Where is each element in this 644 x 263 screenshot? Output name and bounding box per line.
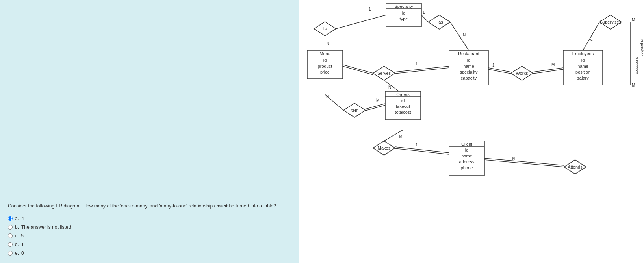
entity-speciality-type: type [400,17,408,21]
label-menu-item-n: N [326,95,329,99]
diamond-works-label: Works [516,71,528,76]
option-e-value: 0 [21,250,24,256]
option-d-label: d. [15,242,19,247]
line-item-orders-1 [366,104,385,109]
label-works-employees-m: M [551,63,555,67]
entity-restaurant-speciality: speciality [460,70,478,74]
diamond-has-label: Has [435,20,443,24]
entity-employees-id: id [581,58,585,63]
entity-employees-title: Employees [572,51,594,56]
line-serves-restaurant-1 [395,66,449,72]
diamond-item-label: item [351,108,359,113]
entity-restaurant-id: id [467,58,471,63]
diamond-supervises-label: Supervises [600,20,622,24]
option-d[interactable]: d. 1 [8,242,291,247]
entity-restaurant-name: name [463,64,474,69]
option-c[interactable]: c. 5 [8,233,291,239]
entity-client-name: name [461,154,472,158]
entity-orders-id: id [401,98,405,103]
line-client-attends-1 [484,158,564,165]
line-supervises-employees-top [583,22,599,50]
option-b-value: The answer is not listed [21,224,71,230]
label-supervises-vertical: supervises [635,57,639,74]
line-menu-serves-2 [343,66,373,75]
radio-a[interactable] [8,216,13,221]
entity-menu-product: product [318,64,332,69]
label-speciality-has-1: 1 [423,10,425,15]
entity-orders-takeout: takeout [396,104,410,109]
option-a-value: 4 [21,216,24,221]
main-container: Consider the following ER diagram. How m… [0,0,644,263]
entity-client-id: id [465,148,469,152]
entity-speciality-id: id [402,11,406,15]
label-has-restaurant-n: N [463,33,466,37]
entity-restaurant-capacity: capacity [461,76,477,80]
bold-text: must [216,203,228,209]
label-is-menu-n: N [327,42,329,46]
line-client-attends-2 [484,160,564,167]
er-diagram-panel: Speciality id type Menu id product price… [299,0,644,263]
entity-menu-title: Menu [319,51,330,56]
line-item-orders-2 [366,105,385,111]
entity-employees-name: name [577,64,588,69]
label-supervises-1: 1 [589,38,594,43]
diamond-serves-label: Serves [377,71,391,76]
option-e[interactable]: e. 0 [8,250,291,256]
diamond-is-label: Is [323,26,327,31]
line-makes-client-1 [395,147,449,153]
left-panel: Consider the following ER diagram. How m… [0,0,299,263]
entity-restaurant-title: Restaurant [458,51,479,56]
label-serves-restaurant-1: 1 [416,61,418,66]
option-b[interactable]: b. The answer is not listed [8,224,291,230]
label-restaurant-works-1: 1 [492,63,495,67]
line-makes-client-2 [395,148,449,154]
option-e-label: e. [15,250,19,256]
label-supervises-bottom-m: M [632,83,635,87]
label-orders-makes-m: M [399,134,402,139]
entity-orders-title: Orders [396,92,410,97]
line-speciality-has [421,15,428,22]
option-a-label: a. [15,216,19,221]
radio-c[interactable] [8,233,13,238]
label-is-speciality-1: 1 [369,7,371,11]
line-is-speciality [336,15,386,29]
options-list: a. 4 b. The answer is not listed c. 5 d.… [8,216,291,256]
label-serves-orders-n: N [388,85,391,89]
label-makes-client-1: 1 [416,143,418,147]
option-a[interactable]: a. 4 [8,216,291,221]
entity-client-address: address [459,159,475,164]
line-serves-orders [384,80,399,91]
question-text: Consider the following ER diagram. How m… [8,202,291,209]
line-serves-restaurant-2 [395,68,449,74]
diamond-makes-label: Makes [378,146,391,150]
entity-employees-position: position [575,70,590,74]
label-supervises-right-vertical: supervises [640,39,644,57]
label-supervises-top-m: M [632,18,635,22]
option-d-value: 1 [21,242,24,247]
line-menu-serves-1 [343,65,373,73]
line-has-restaurant [450,22,469,50]
diamond-attends-label: Attends [568,165,583,169]
entity-orders-totalcost: totalcost [395,110,411,115]
entity-menu-price: price [320,70,330,74]
entity-speciality-title: Speciality [394,4,413,9]
option-b-label: b. [15,224,19,230]
er-diagram-svg: Speciality id type Menu id product price… [299,0,644,263]
radio-e[interactable] [8,251,13,256]
entity-client-phone: phone [461,165,473,170]
label-item-orders-m: M [376,98,379,102]
option-c-value: 5 [21,233,24,239]
option-c-label: c. [15,233,19,239]
entity-employees-salary: salary [577,76,589,80]
radio-d[interactable] [8,242,13,247]
entity-menu-id: id [323,58,327,63]
entity-client-title: Client [461,142,472,146]
label-client-attends-n: N [512,156,515,161]
radio-b[interactable] [8,225,13,230]
